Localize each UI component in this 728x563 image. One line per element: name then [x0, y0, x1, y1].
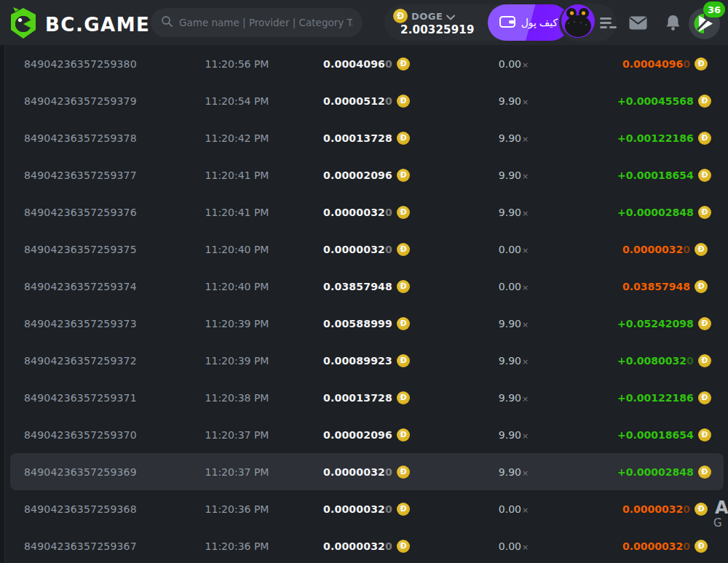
- wallet-cluster: Ð DOGE 2.00325919 کیف پول: [384, 4, 569, 41]
- bet-profit: +0.00800320 Ð: [617, 354, 711, 367]
- currency-selector[interactable]: Ð DOGE 2.00325919: [384, 6, 488, 39]
- bet-row[interactable]: 84904236357259373 11:20:39 PM 0.00588999…: [10, 305, 724, 342]
- bet-amount: 0.00089923 Ð: [286, 354, 410, 367]
- avatar[interactable]: [561, 4, 595, 41]
- profile-cluster: [559, 4, 617, 41]
- bet-profit: 0.00000320 Ð: [617, 503, 708, 516]
- bet-amount: 0.03857948 Ð: [286, 280, 410, 293]
- bet-id: 84904236357259380: [24, 58, 188, 70]
- bet-profit: +0.05242098 Ð: [617, 317, 711, 330]
- wallet-button[interactable]: کیف پول: [488, 4, 570, 41]
- bet-time: 11:20:37 PM: [188, 429, 286, 441]
- bet-row[interactable]: 84904236357259369 11:20:37 PM 0.00000320…: [10, 453, 724, 490]
- bet-multiplier: 0.00×: [410, 281, 617, 292]
- bet-row[interactable]: 84904236357259379 11:20:54 PM 0.00005120…: [10, 82, 724, 119]
- envelope-icon: [629, 21, 647, 32]
- top-navbar: BC.GAME Ð DOGE 2.00325919 کیف پول: [0, 0, 728, 45]
- doge-coin-icon: Ð: [695, 243, 708, 256]
- bet-multiplier: 9.90×: [410, 95, 617, 107]
- bet-multiplier: 0.00×: [410, 58, 617, 70]
- doge-coin-icon: Ð: [698, 206, 711, 219]
- bet-row[interactable]: 84904236357259374 11:20:40 PM 0.03857948…: [10, 268, 724, 305]
- bet-profit: +0.00018654 Ð: [617, 169, 711, 182]
- bet-amount: 0.00013728 Ð: [286, 132, 410, 145]
- bet-amount: 0.00000320 Ð: [286, 243, 410, 256]
- bet-amount: 0.00000320 Ð: [286, 206, 410, 219]
- bell-icon: [665, 23, 681, 33]
- bet-profit: +0.00122186 Ð: [617, 391, 711, 404]
- bet-amount: 0.00000320 Ð: [286, 503, 410, 516]
- bet-row[interactable]: 84904236357259380 11:20:56 PM 0.00040960…: [10, 45, 724, 82]
- bet-multiplier: 9.90×: [410, 355, 617, 367]
- bet-row[interactable]: 84904236357259376 11:20:41 PM 0.00000320…: [10, 193, 724, 231]
- doge-coin-icon: Ð: [397, 206, 410, 219]
- doge-coin-icon: Ð: [397, 132, 410, 145]
- bet-profit: +0.00002848 Ð: [617, 466, 711, 479]
- notifications-button[interactable]: [665, 15, 681, 33]
- bet-time: 11:20:54 PM: [188, 95, 286, 107]
- bet-id: 84904236357259367: [24, 540, 188, 552]
- bet-row[interactable]: 84904236357259372 11:20:39 PM 0.00089923…: [10, 342, 724, 379]
- bet-row[interactable]: 84904236357259370 11:20:37 PM 0.00002096…: [10, 416, 724, 453]
- bet-amount: 0.00588999 Ð: [286, 317, 410, 330]
- bet-row[interactable]: 84904236357259371 11:20:38 PM 0.00013728…: [10, 379, 724, 416]
- bet-row[interactable]: 84904236357259375 11:20:40 PM 0.00000320…: [10, 231, 724, 268]
- bet-amount: 0.00040960 Ð: [286, 57, 410, 71]
- bet-history-table: 84904236357259380 11:20:56 PM 0.00040960…: [6, 45, 728, 563]
- bet-time: 11:20:56 PM: [188, 58, 286, 70]
- bet-id: 84904236357259370: [24, 429, 188, 441]
- bet-profit: +0.00045568 Ð: [617, 95, 711, 108]
- game-search-bar[interactable]: [151, 8, 363, 37]
- bet-id: 84904236357259369: [24, 466, 188, 478]
- cutoff-overlay-text-bottom: G: [713, 516, 722, 530]
- bet-multiplier: 9.90×: [410, 466, 617, 478]
- doge-coin-icon: Ð: [698, 169, 711, 182]
- bet-profit: +0.00002848 Ð: [617, 206, 711, 219]
- bet-amount: 0.00002096 Ð: [286, 428, 410, 442]
- bcgame-logo-icon: [9, 7, 38, 43]
- bet-row[interactable]: 84904236357259378 11:20:42 PM 0.00013728…: [10, 119, 724, 156]
- doge-coin-icon: Ð: [698, 391, 711, 404]
- bet-id: 84904236357259368: [24, 503, 188, 515]
- left-edge-divider: [0, 45, 5, 563]
- bet-profit: 0.00000320 Ð: [617, 540, 708, 553]
- bets-table-body: 84904236357259380 11:20:56 PM 0.00040960…: [6, 45, 728, 563]
- doge-coin-icon: Ð: [397, 169, 410, 182]
- bet-time: 11:20:41 PM: [188, 207, 286, 218]
- bet-row[interactable]: 84904236357259368 11:20:36 PM 0.00000320…: [10, 490, 724, 527]
- bet-multiplier: 9.90×: [410, 207, 617, 218]
- messages-button[interactable]: [629, 16, 647, 32]
- bet-row[interactable]: 84904236357259377 11:20:41 PM 0.00002096…: [10, 156, 724, 193]
- doge-coin-icon: Ð: [397, 280, 410, 293]
- doge-coin-icon: Ð: [397, 243, 410, 256]
- wallet-button-label: کیف پول: [521, 17, 558, 28]
- currency-code: DOGE: [411, 11, 443, 22]
- bet-id: 84904236357259372: [24, 355, 188, 367]
- bet-id: 84904236357259377: [24, 169, 188, 181]
- bet-time: 11:20:42 PM: [188, 132, 286, 144]
- bet-id: 84904236357259374: [24, 281, 188, 292]
- doge-coin-icon: Ð: [397, 391, 410, 404]
- chat-unread-badge: 36: [703, 1, 725, 17]
- doge-coin-icon: Ð: [695, 540, 708, 553]
- bcgame-logo[interactable]: BC.GAME: [9, 7, 150, 43]
- bet-time: 11:20:39 PM: [188, 318, 286, 330]
- doge-coin-icon: Ð: [397, 503, 410, 516]
- bet-multiplier: 0.00×: [410, 503, 617, 515]
- doge-coin-icon: Ð: [397, 354, 410, 367]
- bet-id: 84904236357259376: [24, 207, 188, 218]
- bet-amount: 0.00000320 Ð: [286, 466, 410, 479]
- search-input[interactable]: [179, 17, 352, 28]
- profile-menu-icon[interactable]: [600, 17, 612, 28]
- bet-time: 11:20:40 PM: [188, 281, 286, 292]
- doge-coin-icon: Ð: [397, 466, 410, 479]
- doge-coin-icon: Ð: [397, 428, 410, 442]
- bet-multiplier: 9.90×: [410, 132, 617, 144]
- doge-coin-icon: Ð: [698, 132, 711, 145]
- doge-coin-icon: Ð: [698, 428, 711, 442]
- bet-row[interactable]: 84904236357259367 11:20:36 PM 0.00000320…: [10, 527, 724, 563]
- bet-profit: 0.00000320 Ð: [617, 243, 708, 256]
- bet-id: 84904236357259379: [24, 95, 188, 107]
- doge-coin-icon: Ð: [695, 57, 708, 71]
- doge-coin-icon: Ð: [698, 317, 711, 330]
